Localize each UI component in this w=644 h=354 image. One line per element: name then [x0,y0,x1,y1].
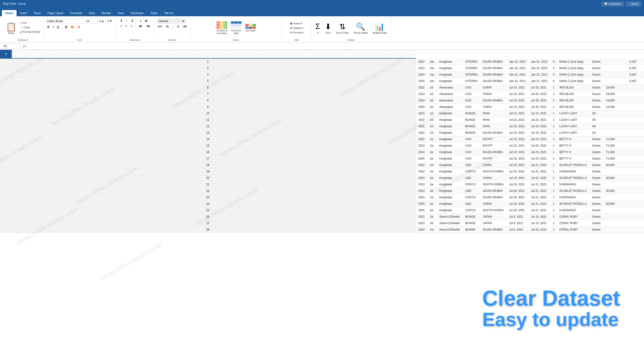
cell-charterer[interactable]: C&D [463,188,480,194]
cell-soyaplts[interactable] [627,91,639,97]
cell-year[interactable]: 2022 [416,162,427,169]
cell-destination[interactable]: EGYPT [480,136,507,143]
delete-button[interactable]: ➖ Delete ▾ [288,26,305,30]
cell-inport[interactable]: 1 [550,226,557,233]
cell-soyaplts[interactable]: 6,267 [627,59,639,65]
cell-month[interactable]: Jul [427,130,437,136]
cell-charterer[interactable]: COFCO [463,207,480,214]
hip-filter-arrow[interactable]: ▼ [400,53,402,55]
cell-arrived[interactable]: Jul 24, 2021 [507,104,528,110]
cell-month[interactable]: Jul [427,91,437,97]
cell-destination[interactable]: SAUDI ARABIA [480,130,507,136]
align-center-button[interactable]: ≡ [124,24,128,28]
cell-wheat[interactable] [622,169,627,175]
cell-cargo-type[interactable]: Grains [590,78,603,84]
cell-soyabeans[interactable] [603,59,617,65]
cell-soyaplts[interactable] [627,214,639,220]
comments-button[interactable]: 💬 Comments [601,1,624,6]
cell-month[interactable]: Jul [427,207,437,214]
cell-arrived[interactable]: Jan 22, 2021 [507,71,528,78]
cell-hip[interactable] [639,175,644,181]
cell-cargo-type[interactable]: Grains [590,169,603,175]
insert-button[interactable]: ➕ Insert ▾ [288,21,305,26]
cell-maize[interactable] [617,207,622,214]
cell-soyabeans[interactable] [603,117,617,123]
cell-hip[interactable] [639,91,644,97]
cell-wheat[interactable] [622,110,627,117]
tab-view[interactable]: View [114,10,128,16]
cell-soyaplts[interactable] [627,123,639,130]
cell-vessels[interactable]: LUCKY LADY [557,117,590,123]
cell-soyaplts[interactable] [627,110,639,117]
cell-soyaplts[interactable] [627,220,639,226]
cell-soyabeans[interactable]: 71,500 [603,156,617,162]
cell-inport[interactable]: 1 [550,104,557,110]
cell-month[interactable]: Jul [427,136,437,143]
cell-hip[interactable] [639,143,644,149]
cell-port[interactable]: Hurghada [437,175,463,181]
cell-inport[interactable]: 0 [550,59,557,65]
cell-cargo-type[interactable]: Grains [590,65,603,71]
cell-cargo-type[interactable]: Oil [590,130,603,136]
cell-charterer[interactable]: CAO [463,149,480,156]
cell-sailed[interactable]: Jul 21, 2021 [528,194,550,201]
table-row[interactable]: 19 2022 Jul Hurghada COFCO SOUTH KOREA J… [0,169,644,175]
cell-hip[interactable] [639,207,644,214]
cell-destination[interactable]: SAUDI ARABIA [480,65,507,71]
cell-soyabeans[interactable]: 30,800 [603,162,617,169]
indent-decrease-button[interactable]: ◀≡ [137,24,144,28]
cell-port[interactable]: Sharm ElSheikh [437,214,463,220]
cell-hip[interactable] [639,214,644,220]
cell-wheat[interactable] [622,78,627,84]
cell-year[interactable]: 2025 [416,156,427,162]
cell-year[interactable]: 2024 [416,194,427,201]
table-row[interactable]: 20 2023 Jul Hurghada C&D CHINA Jul 20, 2… [0,175,644,181]
cell-port[interactable]: Alexandria [437,97,463,104]
formula-input[interactable] [28,44,642,48]
cell-inport[interactable]: 1 [550,136,557,143]
cell-port[interactable]: Hurghada [437,117,463,123]
cell-cargo-type[interactable]: Grains [590,97,603,104]
cell-maize[interactable] [617,65,622,71]
cell-destination[interactable]: SAUDI ARABIA [480,78,507,84]
cell-destination[interactable]: CHINA [480,175,507,181]
col-header-inport[interactable]: In Port ▼ [201,50,220,58]
cell-month[interactable]: Jan [427,59,437,65]
col-header-hip[interactable]: HIP ▼ [388,50,407,58]
cell-vessels[interactable]: NANA Z (2nd step) [557,78,590,84]
cell-wheat[interactable] [622,194,627,201]
cell-destination[interactable]: EGYPT [480,143,507,149]
cell-inport[interactable]: 0 [550,71,557,78]
cell-charterer[interactable]: BUNGE [463,214,480,220]
cell-inport[interactable]: 1 [550,175,557,181]
cell-soyabeans[interactable] [603,181,617,188]
cell-year[interactable]: 2022 [416,169,427,175]
cell-month[interactable]: Jul [427,220,437,226]
cell-port[interactable]: Alexandria [437,91,463,97]
cell-maize[interactable] [617,123,622,130]
col-header-cargo-type[interactable]: Cargo Type ▼ [264,50,290,58]
cell-port[interactable]: Hurghada [437,169,463,175]
cell-vessels[interactable]: CORAL RUBY [557,220,590,226]
cell-hip[interactable] [639,136,644,143]
cargo-filter-arrow[interactable]: ▼ [284,53,287,55]
table-row[interactable]: 22 2024 Jul Hurghada C&D SAUDI ARABIA Ju… [0,188,644,194]
table-row[interactable]: 27 2023 Jul Sharm ElSheikh BUNGE JAPAN J… [0,220,644,226]
cell-port[interactable]: Hurghada [437,207,463,214]
cell-wheat[interactable] [622,136,627,143]
cell-year[interactable]: 2022 [416,136,427,143]
cell-month[interactable]: Jul [427,181,437,188]
table-row[interactable]: 14 2022 Jul Hurghada CAO EGYPT Jul 22, 2… [0,136,644,143]
cell-port[interactable]: Hurghada [437,149,463,156]
cell-charterer[interactable]: CAO [463,136,480,143]
cell-inport[interactable]: 1 [550,149,557,156]
cell-soyaplts[interactable] [627,207,639,214]
cell-arrived[interactable]: Jul 22, 2021 [507,110,528,117]
cell-inport[interactable]: 1 [550,194,557,201]
cell-charterer[interactable]: VITERRA [463,65,480,71]
cell-maize[interactable] [617,59,622,65]
cell-sailed[interactable]: Jul 25, 2021 [528,104,550,110]
cell-wheat[interactable] [622,143,627,149]
cell-cargo-type[interactable]: Grains [590,188,603,194]
cell-vessels[interactable]: BETTY K [557,149,590,156]
